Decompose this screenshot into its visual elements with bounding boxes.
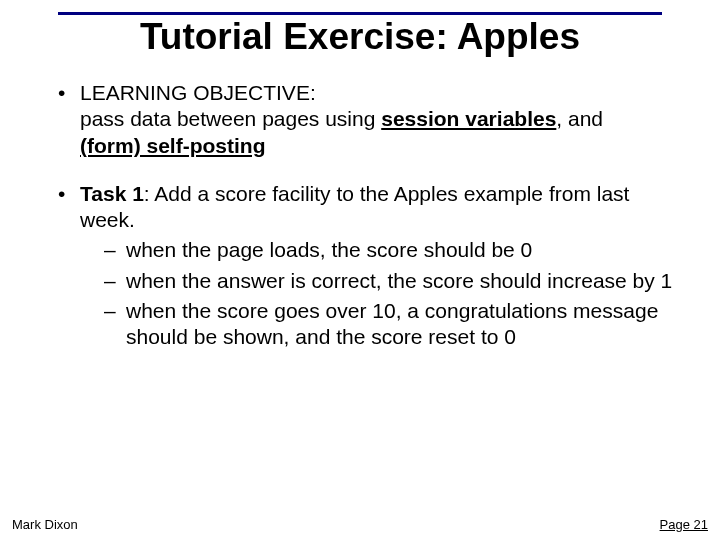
task-bullet: • Task 1: Add a score facility to the Ap… — [58, 181, 680, 351]
footer-page: Page 21 — [660, 517, 708, 532]
objective-label: LEARNING OBJECTIVE: — [80, 81, 316, 104]
task-sub-1: – when the page loads, the score should … — [80, 237, 680, 263]
task-sub-2: – when the answer is correct, the score … — [80, 268, 680, 294]
task-text: Task 1: Add a score facility to the Appl… — [80, 181, 680, 351]
task-label: Task 1 — [80, 182, 144, 205]
objective-line-pre: pass data between pages using — [80, 107, 381, 130]
objective-line-mid: , and — [556, 107, 603, 130]
bullet-dot: • — [58, 181, 80, 351]
slide: Tutorial Exercise: Apples • LEARNING OBJ… — [0, 0, 720, 540]
dash-icon: – — [104, 298, 126, 351]
footer: Mark Dixon Page 21 — [12, 517, 708, 532]
slide-title: Tutorial Exercise: Apples — [0, 16, 720, 58]
bullet-dot: • — [58, 80, 80, 159]
objective-text: LEARNING OBJECTIVE: pass data between pa… — [80, 80, 680, 159]
task-sub-1-text: when the page loads, the score should be… — [126, 237, 680, 263]
slide-body: • LEARNING OBJECTIVE: pass data between … — [58, 80, 680, 372]
dash-icon: – — [104, 268, 126, 294]
objective-self-posting: (form) self-posting — [80, 134, 265, 157]
task-sub-3-text: when the score goes over 10, a congratul… — [126, 298, 680, 351]
task-desc: : Add a score facility to the Apples exa… — [80, 182, 629, 231]
objective-session-vars: session variables — [381, 107, 556, 130]
footer-author: Mark Dixon — [12, 517, 78, 532]
objective-bullet: • LEARNING OBJECTIVE: pass data between … — [58, 80, 680, 159]
task-sub-2-text: when the answer is correct, the score sh… — [126, 268, 680, 294]
dash-icon: – — [104, 237, 126, 263]
task-sub-3: – when the score goes over 10, a congrat… — [80, 298, 680, 351]
title-rule — [58, 12, 662, 15]
